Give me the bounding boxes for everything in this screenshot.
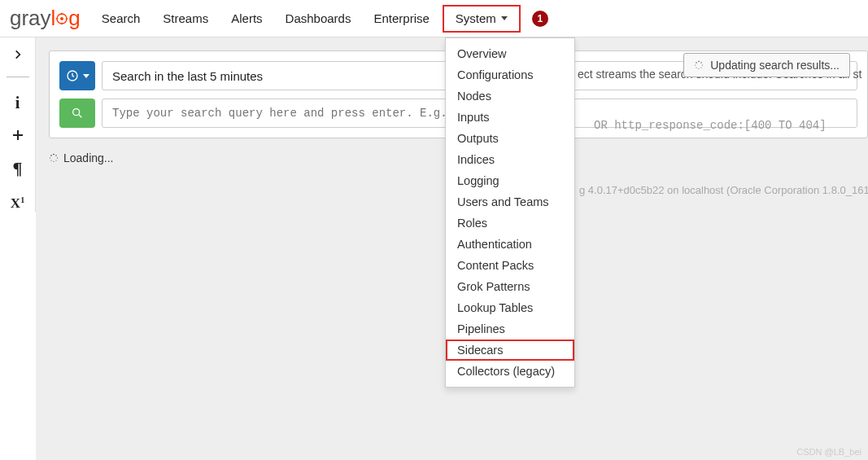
dropdown-logging[interactable]: Logging [446,170,574,191]
spinner-icon [694,60,704,70]
svg-point-15 [50,158,50,159]
svg-point-9 [53,154,55,156]
updating-label: Updating search results... [710,59,840,72]
dropdown-authentication[interactable]: Authentication [446,234,574,255]
dropdown-overview[interactable]: Overview [446,43,574,64]
logo-text-gray: gray [10,6,51,31]
svg-point-12 [56,160,57,161]
svg-point-10 [55,155,56,156]
version-text: g 4.0.17+d0c5b22 on localhost (Oracle Co… [579,184,868,196]
loading-text: Loading... [63,151,114,164]
logo[interactable]: gray l g [10,6,81,31]
svg-point-11 [57,157,58,158]
svg-point-17 [698,61,700,63]
svg-point-19 [702,64,703,65]
logo-text-g: g [68,6,80,31]
nav-system[interactable]: System [443,5,521,33]
svg-point-21 [699,68,700,69]
svg-point-14 [51,160,52,161]
nav-streams[interactable]: Streams [151,0,220,37]
nav-items: Search Streams Alerts Dashboards Enterpr… [90,0,548,37]
dropdown-sidecars[interactable]: Sidecars [446,340,574,361]
sidebar: i ¶ X1 [0,37,36,212]
svg-point-23 [695,65,696,66]
sidebar-paragraph[interactable]: ¶ [8,158,28,179]
svg-point-16 [50,155,52,156]
svg-point-22 [696,68,697,68]
svg-point-1 [60,17,63,20]
svg-point-20 [701,68,702,68]
system-dropdown: Overview Configurations Nodes Inputs Out… [445,37,575,388]
svg-point-18 [701,62,702,63]
dropdown-collectors-legacy[interactable]: Collectors (legacy) [446,361,574,382]
sidebar-expand[interactable] [8,49,28,60]
watermark: CSDN @LB_bei [796,447,861,457]
dropdown-users-teams[interactable]: Users and Teams [446,191,574,212]
nav-system-label: System [456,11,496,25]
dropdown-configurations[interactable]: Configurations [446,64,574,85]
dropdown-nodes[interactable]: Nodes [446,85,574,107]
chevron-right-icon [12,49,24,60]
svg-point-7 [73,109,80,116]
dropdown-lookup-tables[interactable]: Lookup Tables [446,297,574,318]
dropdown-pipelines[interactable]: Pipelines [446,318,574,340]
navbar: gray l g Search Streams Alerts Dashboard… [0,0,868,37]
sidebar-add[interactable] [8,129,28,142]
clock-icon [66,69,79,82]
svg-point-13 [54,161,55,162]
nav-alerts[interactable]: Alerts [220,0,273,37]
sidebar-x1[interactable]: X1 [8,195,28,212]
caret-down-icon [83,74,89,78]
dropdown-indices[interactable]: Indices [446,149,574,170]
nav-search[interactable]: Search [90,0,152,37]
dropdown-content-packs[interactable]: Content Packs [446,255,574,276]
sidebar-info[interactable]: i [8,94,28,112]
dropdown-inputs[interactable]: Inputs [446,107,574,128]
sidebar-divider [7,77,29,77]
dropdown-outputs[interactable]: Outputs [446,128,574,149]
caret-down-icon [501,16,508,20]
svg-line-8 [79,115,81,117]
dropdown-grok-patterns[interactable]: Grok Patterns [446,276,574,297]
updating-results-button[interactable]: Updating search results... [683,53,850,77]
nav-dashboards[interactable]: Dashboards [274,0,363,37]
time-range-button[interactable] [59,61,95,90]
nav-enterprise[interactable]: Enterprise [362,0,440,37]
spinner-icon [49,153,59,163]
dropdown-roles[interactable]: Roles [446,212,574,234]
search-icon [71,107,84,120]
notification-badge[interactable]: 1 [532,11,548,27]
query-example-text: OR http_response_code:[400 TO 404] [594,119,827,132]
search-submit-button[interactable] [59,99,95,128]
plus-icon [11,129,24,142]
svg-point-24 [696,62,697,64]
gear-icon [55,12,68,25]
